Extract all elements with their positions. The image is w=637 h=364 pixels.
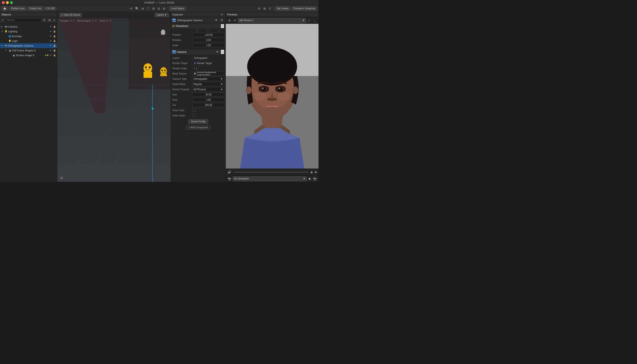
eye-icon-fullframe[interactable]: 👁: [49, 49, 52, 52]
snapchat-logo: [159, 28, 167, 37]
render-target-row: Render Target ▣ Render Target: [172, 61, 224, 66]
render-order-chip[interactable]: ≡ 1: [192, 66, 199, 70]
depth-mode-select[interactable]: Regular ▼: [192, 82, 224, 86]
preview-progress-bar[interactable]: [234, 172, 308, 172]
rot-x-input[interactable]: [192, 38, 225, 42]
eye-icon-light[interactable]: 👁: [49, 39, 52, 42]
view-2d-icon: ☐: [61, 14, 63, 16]
camera-gear[interactable]: ⚙: [221, 50, 224, 54]
sim-dropdown-arrow: ▼: [303, 177, 305, 180]
eye-icon-camera[interactable]: 👁: [49, 25, 52, 28]
tool-right-2[interactable]: ⊞: [263, 6, 267, 11]
publish-lens-button[interactable]: Publish Lens: [9, 6, 27, 11]
device-prop-select[interactable]: All Physical ▼: [192, 87, 224, 92]
tree-item-screen-image[interactable]: ▣ Screen Image 0 👁 🔒: [0, 53, 57, 58]
tool-btn-6[interactable]: ⊟: [157, 6, 161, 11]
preview-snap-button[interactable]: Preview in Snapchat: [292, 6, 317, 11]
tool-right-3[interactable]: ↺: [268, 6, 272, 11]
render-target-chip[interactable]: ▣ Render Target: [192, 61, 213, 65]
preview-settings-button[interactable]: ⚙: [227, 18, 232, 22]
close-button[interactable]: [2, 1, 5, 4]
tool-btn-4[interactable]: ☐: [146, 6, 150, 11]
lock-icon-envmap[interactable]: 🔒: [53, 34, 56, 38]
preview-play-button[interactable]: ▶: [310, 170, 313, 174]
scene-config-button[interactable]: Scene Config: [188, 119, 208, 124]
layers-button[interactable]: Layers ▼: [155, 13, 169, 17]
preview-cam-icon[interactable]: 📷: [227, 177, 232, 181]
tool-btn-5[interactable]: ⊞: [151, 6, 156, 11]
camera-section-header[interactable]: 📷 Camera 👁 ⚙: [171, 49, 226, 54]
lock-icon-fullframe[interactable]: 🔒: [53, 49, 56, 52]
tool-btn-3[interactable]: ⊕: [141, 6, 145, 11]
search-input[interactable]: [5, 18, 41, 22]
inspector-close[interactable]: ✕: [220, 12, 224, 17]
clear-depth-checkbox[interactable]: [192, 114, 195, 117]
lock-icon-ortho[interactable]: 🔒: [53, 44, 56, 47]
tool-btn-7[interactable]: ⊞: [162, 6, 166, 11]
view-2d-button[interactable]: ☐ View 2D Scene: [59, 13, 82, 17]
eye-icon-lighting[interactable]: 👁: [49, 30, 52, 33]
layers-chip-text: Orthographic: [194, 57, 208, 59]
tree-item-light[interactable]: 💡 Light 👁 🔒: [0, 38, 57, 43]
objects-title: Objects: [2, 13, 11, 16]
scale-x-input[interactable]: [192, 43, 225, 47]
layers-chip[interactable]: Orthographic: [192, 56, 209, 60]
preview-screenshot-button[interactable]: 📷: [313, 177, 317, 181]
lock-icon-camera[interactable]: 🔒: [53, 25, 56, 28]
near-input[interactable]: [192, 98, 225, 102]
add-component-button[interactable]: + Add Component: [186, 125, 210, 130]
clear-color-checkbox[interactable]: [192, 109, 195, 112]
viewport-corner-button[interactable]: ⊞: [59, 176, 64, 180]
tool-right-1[interactable]: 👁: [257, 6, 262, 11]
tool-btn-2[interactable]: 🔍: [134, 6, 140, 11]
camera-type-select[interactable]: Orthographic ▼: [192, 77, 224, 81]
preview-stop-button[interactable]: ■: [314, 170, 317, 174]
inspector-settings[interactable]: ⚙: [220, 18, 224, 22]
minimize-button[interactable]: [6, 1, 9, 4]
sim-selector[interactable]: No Simulation ▼: [233, 176, 307, 181]
tool-btn-1[interactable]: ⟲: [129, 6, 133, 11]
maximize-button[interactable]: [10, 1, 13, 4]
add-object-button[interactable]: +: [1, 18, 5, 22]
mask-texture-chip[interactable]: 🖼 Portrait Background Segmentation: [192, 72, 224, 76]
tree-item-full-frame[interactable]: ▼ ▣ Full Frame Region 0 👁 🔒: [0, 48, 57, 53]
depth-mode-value: Regular ▼: [192, 82, 224, 86]
tree-item-envmap[interactable]: 🌐 Envmap 👁 🔒: [0, 34, 57, 38]
camera-eye-button[interactable]: 👁: [215, 50, 220, 54]
preview-volume-button[interactable]: 🔊: [227, 170, 232, 174]
svg-point-45: [268, 98, 271, 101]
my-lenses-button[interactable]: My Lenses: [275, 6, 290, 11]
eye-icon-ortho[interactable]: 👁: [49, 44, 52, 47]
view-2d-label: View 2D Scene: [64, 14, 80, 16]
transform-gear[interactable]: ⚙: [221, 24, 224, 28]
person-selector[interactable]: Idle Person 1 ▼: [238, 18, 306, 23]
tree-item-ortho-camera[interactable]: ▼ 📷 Orthographic Camera 👁 🔒: [0, 43, 57, 48]
lock-icon-light[interactable]: 🔒: [53, 39, 56, 42]
objects-settings-button[interactable]: ⊞: [48, 18, 52, 22]
preview-record-button[interactable]: ⏺: [308, 177, 312, 181]
lock-icon-lighting[interactable]: 🔒: [53, 30, 56, 33]
transform-header[interactable]: ⊞ Transform ⚙: [171, 23, 226, 28]
far-input[interactable]: [192, 103, 225, 107]
tree-item-camera[interactable]: ▶ 📷 Camera 👁 🔒: [0, 24, 57, 29]
preview-more-button[interactable]: …: [312, 18, 317, 22]
svg-rect-23: [143, 75, 152, 78]
tree-item-lighting[interactable]: ▼ 💡 Lighting 👁 🔒: [0, 29, 57, 34]
preview-expand-button[interactable]: ⤢: [307, 18, 311, 22]
eye-icon-envmap[interactable]: 👁: [49, 34, 52, 38]
inspector-eye[interactable]: 👁: [214, 18, 219, 22]
home-button[interactable]: 🏠: [2, 6, 8, 11]
preview-refresh-button[interactable]: ↺: [233, 18, 237, 22]
project-info-button[interactable]: Project Info: [28, 6, 43, 11]
local-space-button[interactable]: Local Space: [169, 6, 186, 11]
size-input[interactable]: [192, 92, 225, 96]
scale-row: Scale: [172, 43, 224, 48]
svg-point-34: [248, 49, 296, 82]
pos-x-input[interactable]: [192, 33, 225, 37]
eye-icon-screenimg[interactable]: 👁: [49, 54, 52, 57]
objects-eye-button[interactable]: 👁: [42, 18, 47, 22]
objects-filter-button[interactable]: ≡: [53, 18, 56, 22]
lock-icon-screenimg[interactable]: 🔒: [53, 54, 56, 57]
camera-section-icon: 📷: [172, 50, 176, 54]
viewport-canvas[interactable]: ⊞: [57, 18, 171, 182]
